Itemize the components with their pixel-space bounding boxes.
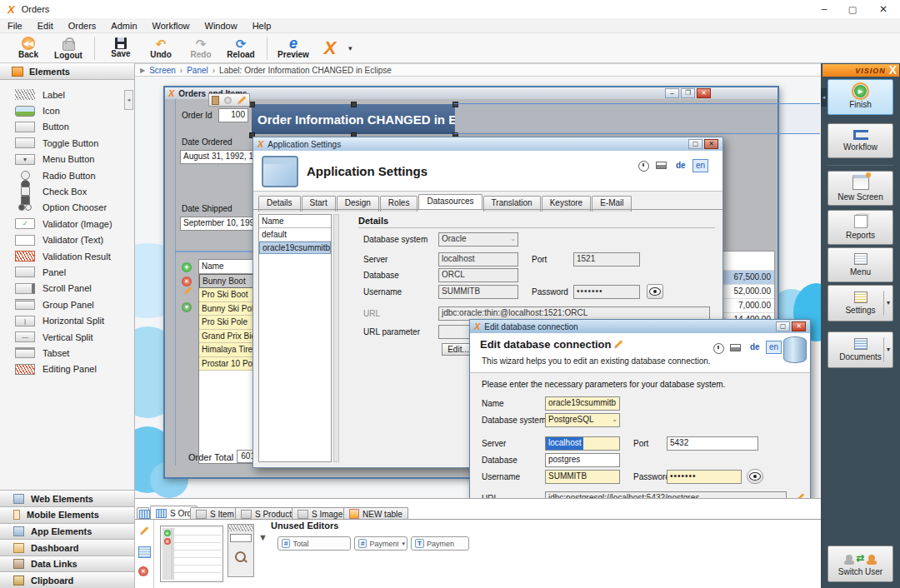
logout-button[interactable]: Logout <box>48 34 88 62</box>
section-web-elements[interactable]: Web Elements <box>0 490 134 506</box>
palette-item-menu-button[interactable]: ▾Menu Button <box>0 152 134 167</box>
ec-server-field[interactable]: localhost <box>545 436 620 451</box>
delete-row-icon[interactable]: ✕ <box>182 277 192 287</box>
unused-editor-total[interactable]: # Total <box>278 536 351 551</box>
palette-item-group-panel[interactable]: Group Panel <box>0 296 134 312</box>
table-widget-thumbnail[interactable]: + ✕ <box>160 526 223 582</box>
reload-button[interactable]: ⟳ Reload <box>221 34 261 62</box>
documents-dropdown-arrow[interactable]: ▾ <box>883 337 890 361</box>
filter-funnel-icon[interactable]: ▼ <box>258 532 268 542</box>
app-settings-titlebar[interactable]: X Application Settings ▢ ✕ <box>253 137 722 151</box>
section-mobile-elements[interactable]: Mobile Elements <box>0 506 134 523</box>
as-database-field[interactable]: ORCL <box>438 268 518 282</box>
palette-item-check-box[interactable]: Check Box <box>0 183 134 199</box>
maximize-button[interactable]: ▢ <box>838 4 867 15</box>
tab-new-table[interactable]: NEW table <box>343 507 408 520</box>
ec-name-field[interactable]: oracle19csummitb <box>545 396 620 411</box>
ec-database-field[interactable]: postgres <box>545 453 620 467</box>
tab-s-image[interactable]: S Image <box>292 507 348 520</box>
palette-item-label[interactable]: Label <box>0 87 134 102</box>
vision-brand-tab[interactable]: VISION X <box>822 64 899 77</box>
edit-pencil-icon[interactable] <box>140 526 149 536</box>
selection-handle[interactable] <box>249 102 255 107</box>
palette-item-radio-button[interactable]: Radio Button <box>0 167 134 183</box>
undo-button[interactable]: ↶ Undo <box>141 34 181 62</box>
language-de[interactable]: de <box>676 161 686 170</box>
orders-close-button[interactable]: ✕ <box>697 88 711 98</box>
palette-header[interactable]: Elements <box>0 63 134 80</box>
back-button[interactable]: ◀◀ Back <box>8 34 48 62</box>
redo-button[interactable]: ↷ Redo <box>181 34 221 62</box>
palette-item-icon[interactable]: Icon <box>0 102 134 118</box>
language-de[interactable]: de <box>750 342 760 351</box>
menu-workflow[interactable]: Workflow <box>152 21 190 31</box>
close-button[interactable]: ✕ <box>867 3 900 15</box>
tab-s-product[interactable]: S Product <box>235 507 298 520</box>
edit-conn-restore-button[interactable]: ▢ <box>776 321 790 331</box>
screenshot-icon[interactable] <box>730 344 741 351</box>
as-password-field[interactable]: ••••••• <box>573 285 640 299</box>
orders-window-titlebar[interactable]: X Orders and Items – ❐ ✕ <box>165 87 778 99</box>
datasource-list[interactable]: Name default oracle19csummitb <box>258 214 332 462</box>
ec-database-system-select[interactable]: PostgreSQL⌄ <box>545 413 620 427</box>
datasource-list-header[interactable]: Name <box>259 215 331 228</box>
tab-s-item[interactable]: S Item <box>190 507 240 520</box>
palette-collapse-handle[interactable]: ◂ <box>124 90 133 110</box>
panel-grip-tab[interactable] <box>137 507 149 520</box>
reminder-clock-icon[interactable] <box>638 161 649 172</box>
palette-item-validation-result[interactable]: Validation Result <box>0 248 134 264</box>
table-row[interactable]: Pro Ski Pole <box>199 316 261 330</box>
switch-user-button[interactable]: ⇄ Switch User <box>828 546 893 582</box>
visionx-menu-button[interactable]: X <box>313 34 347 62</box>
edit-pencil-icon[interactable] <box>238 96 247 105</box>
ec-port-field[interactable]: 5432 <box>667 436 758 451</box>
ec-username-field[interactable]: SUMMITB <box>545 470 620 484</box>
workflow-button[interactable]: Workflow <box>828 123 893 158</box>
ec-edit-url-icon[interactable] <box>796 493 805 498</box>
ec-password-field[interactable]: ••••••• <box>667 470 742 484</box>
export-icon[interactable]: ▼ <box>182 302 192 312</box>
edit-conn-close-button[interactable]: ✕ <box>792 321 806 331</box>
list-splitter[interactable] <box>333 214 339 462</box>
tab-datasources[interactable]: Datasources <box>418 194 482 210</box>
editor-widget-thumbnail[interactable] <box>228 524 254 577</box>
table-row[interactable]: Pro Ski Boot <box>199 288 261 302</box>
palette-item-toggle-button[interactable]: Toggle Button <box>0 135 134 151</box>
menu-file[interactable]: File <box>8 21 22 31</box>
as-database-system-select[interactable]: Oracle⌄ <box>438 232 518 247</box>
unused-editor-payment-type-id[interactable]: # Payment Type Id ▾ <box>354 536 408 551</box>
palette-item-panel[interactable]: Panel <box>0 264 134 280</box>
toolbar-dropdown-arrow[interactable]: ▾ <box>348 44 352 52</box>
palette-item-button[interactable]: Button <box>0 119 134 135</box>
save-button[interactable]: Save <box>101 34 141 62</box>
section-dashboard[interactable]: Dashboard <box>0 539 134 556</box>
orders-maximize-button[interactable]: ❐ <box>681 88 695 98</box>
delete-icon[interactable] <box>212 96 219 105</box>
section-data-links[interactable]: Data Links <box>0 556 134 572</box>
section-clipboard[interactable]: Clipboard <box>0 571 134 588</box>
palette-item-tabset[interactable]: Tabset <box>0 345 134 361</box>
settings-button[interactable]: Settings ▾ <box>828 285 893 321</box>
reminder-clock-icon[interactable] <box>713 343 724 354</box>
menu-window[interactable]: Window <box>205 21 238 31</box>
palette-item-vertical-split[interactable]: —Vertical Split <box>0 329 134 345</box>
order-id-field[interactable]: 100 <box>218 108 248 122</box>
palette-item-option-chooser[interactable]: Option Chooser <box>0 200 134 216</box>
notebook-icon[interactable] <box>138 546 151 558</box>
datasource-row-oracle19csummitb[interactable]: oracle19csummitb <box>259 242 331 254</box>
menu-help[interactable]: Help <box>252 21 272 31</box>
app-settings-close-button[interactable]: ✕ <box>704 139 718 149</box>
as-port-field[interactable]: 1521 <box>573 252 640 267</box>
app-settings-restore-button[interactable]: ▢ <box>688 139 702 149</box>
items-table-header[interactable]: Name <box>199 260 261 274</box>
datasource-row-default[interactable]: default <box>259 228 331 242</box>
remove-icon[interactable]: ✕ <box>138 566 148 576</box>
order-information-label[interactable]: Order Information CHANGED in Eclipse <box>252 104 455 134</box>
table-row[interactable]: Grand Prix Bicycle <box>199 330 261 344</box>
add-row-icon[interactable]: + <box>182 262 192 272</box>
unused-editor-payment[interactable]: T Paymen <box>411 536 469 551</box>
menu-button[interactable]: Menu <box>828 247 893 282</box>
menu-edit[interactable]: Edit <box>38 21 53 31</box>
language-en[interactable]: en <box>766 341 782 354</box>
breadcrumb-screen-link[interactable]: Screen <box>149 66 176 75</box>
